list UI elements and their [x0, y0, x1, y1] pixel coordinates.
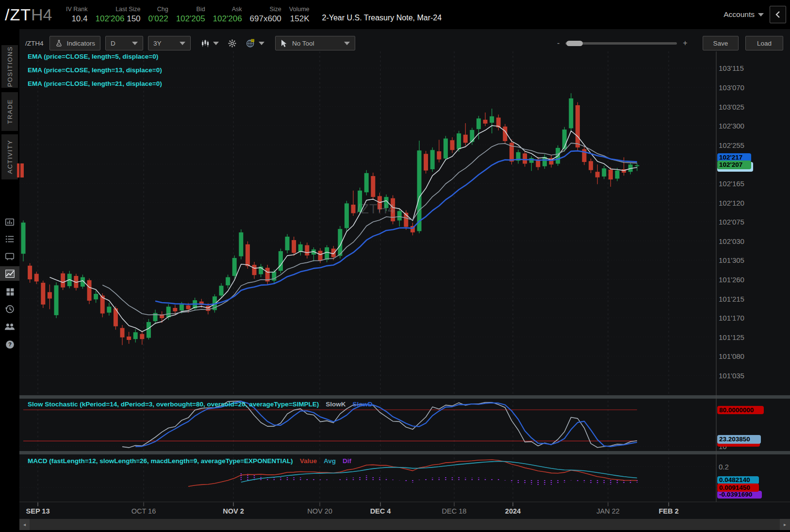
scroll-left-button[interactable]: ◂	[19, 519, 30, 530]
zoom-slider-thumb[interactable]	[566, 41, 583, 46]
ema-label-0[interactable]: EMA (price=CLOSE, length=5, displace=0)	[28, 53, 158, 60]
accounts-dropdown[interactable]: Accounts	[724, 10, 764, 19]
stat-label: Size	[270, 5, 281, 14]
symbol-root: /ZT	[5, 5, 31, 24]
collapse-panel-button[interactable]	[770, 6, 786, 23]
macd-axis-tick: 0.2	[719, 463, 729, 471]
price-axis-tick: 102'075	[719, 218, 744, 226]
tv-icon[interactable]	[0, 249, 19, 263]
timeframe-dropdown[interactable]: D	[105, 36, 143, 50]
time-axis-label: OCT 16	[132, 507, 156, 515]
instrument-description: 2-Year U.S. Treasury Note, Mar-24	[322, 7, 442, 22]
chart-canvas[interactable]	[19, 29, 790, 530]
macd-avg-badge: 0.0482140	[717, 476, 759, 484]
drawing-tools-dropdown[interactable]	[244, 36, 266, 50]
time-axis-label: JAN 22	[596, 507, 620, 515]
price-axis-tick: 102'165	[719, 179, 744, 188]
stat-value-part: 102'205	[176, 14, 205, 23]
last-price-badge: 102'207	[717, 161, 751, 169]
load-button[interactable]: Load	[745, 36, 783, 50]
ema-label-2[interactable]: EMA (price=CLOSE, length=21, displace=0)	[28, 80, 162, 87]
sidebar-tab-label: ACTIVITY	[6, 140, 14, 174]
time-axis-label: SEP 13	[26, 507, 50, 515]
quote-header: /ZT H4 IV Rank10.4Last Size102'206 150Ch…	[0, 0, 790, 29]
chart-toolbar: /ZTH4 Indicators D 3Y	[19, 35, 790, 51]
quote-panel-icon[interactable]	[0, 215, 19, 229]
active-tool-dropdown[interactable]: No Tool	[275, 36, 355, 50]
price-axis-tick: 101'305	[719, 256, 744, 264]
header-stat: Size697x600	[250, 5, 281, 24]
zoom-out-button[interactable]: -	[557, 39, 560, 48]
horizontal-scrollbar[interactable]: ◂ ▸	[19, 519, 790, 530]
chevron-left-icon	[774, 10, 782, 19]
stat-value: 102'206 150	[95, 14, 140, 24]
study-legend-avg: Avg	[324, 457, 336, 465]
save-button[interactable]: Save	[703, 36, 739, 50]
dashboard-icon[interactable]	[0, 284, 19, 299]
macd-dif-badge: -0.0391690	[717, 491, 762, 499]
macd-study-label[interactable]: MACD (fastLength=12, slowLength=26, macd…	[28, 457, 354, 465]
chevron-down-icon	[180, 42, 185, 45]
stat-label: Ask	[232, 5, 242, 14]
time-axis-label: NOV 20	[307, 507, 332, 515]
stat-value-part: 150	[124, 14, 140, 23]
svg-text:?: ?	[8, 341, 12, 347]
study-legend-slowd: SlowD	[353, 401, 373, 408]
stat-value: 10.4	[71, 14, 87, 24]
stat-value: 102'205	[176, 14, 205, 24]
stat-value-part: 0'022	[148, 14, 168, 23]
stat-label: Bid	[197, 5, 205, 14]
price-axis-tick: 101'260	[719, 275, 744, 284]
price-axis-tick: 101'035	[719, 371, 744, 380]
chevron-down-icon	[213, 42, 219, 45]
ema-label-1[interactable]: EMA (price=CLOSE, length=13, displace=0)	[28, 66, 162, 74]
stoch-study-label[interactable]: Slow Stochastic (kPeriod=14, dPeriod=3, …	[28, 401, 376, 408]
save-label: Save	[713, 40, 728, 47]
header-stat: Volume152K	[289, 5, 310, 24]
stoch-overbought-badge: 80.0000000	[717, 406, 764, 414]
header-stats: IV Rank10.4Last Size102'206 150Chg0'022B…	[66, 5, 310, 24]
chart-watermark: /ZTH4	[357, 202, 395, 217]
price-axis-tick: 102'255	[719, 141, 744, 149]
community-icon[interactable]	[0, 319, 19, 334]
zoom-control: - +	[557, 35, 688, 51]
stat-label: Chg	[157, 5, 168, 14]
zoom-in-button[interactable]: +	[683, 39, 687, 48]
sidebar-tab-trade[interactable]: TRADE	[1, 92, 18, 131]
range-dropdown[interactable]: 3Y	[148, 36, 191, 50]
chevron-down-icon	[344, 42, 350, 45]
stat-value: 697x600	[250, 14, 281, 24]
history-icon[interactable]	[0, 302, 19, 316]
watchlist-icon[interactable]	[0, 232, 19, 246]
scroll-right-button[interactable]: ▸	[780, 519, 790, 530]
chart-type-dropdown[interactable]	[198, 36, 221, 50]
symbol-block: /ZT H4	[0, 5, 62, 24]
header-stat: Last Size102'206 150	[95, 5, 140, 24]
price-axis-tick: 101'080	[719, 352, 744, 360]
stat-value: 102'206	[213, 14, 242, 24]
zoom-slider[interactable]	[565, 42, 677, 45]
stat-value-part: 697x600	[250, 14, 281, 23]
price-axis-tick: 103'025	[719, 102, 744, 111]
chart-icon[interactable]	[0, 266, 19, 281]
timeframe-value: D	[111, 40, 115, 47]
help-icon[interactable]: ?	[0, 337, 19, 352]
indicators-label: Indicators	[67, 40, 96, 47]
sidebar-tab-positions[interactable]: POSITIONS	[1, 45, 18, 88]
indicators-button[interactable]: Indicators	[49, 36, 101, 50]
header-right: Accounts	[724, 6, 790, 23]
study-label-text: Slow Stochastic (kPeriod=14, dPeriod=3, …	[28, 401, 319, 408]
stat-value-part: 152K	[290, 14, 310, 23]
price-axis-tick: 102'030	[719, 237, 744, 245]
indicators-flask-icon	[55, 39, 63, 48]
header-stat: Bid102'205	[176, 5, 205, 24]
range-value: 3Y	[153, 40, 162, 47]
stat-value-part: 102'206	[213, 14, 242, 23]
chevron-down-icon	[758, 13, 764, 16]
stat-value-part: 102'206	[95, 14, 124, 23]
sidebar-tab-activity[interactable]: ACTIVITY	[1, 134, 18, 179]
chart-settings-button[interactable]	[226, 36, 239, 50]
chart-symbol-label: /ZTH4	[25, 40, 44, 47]
header-stat: IV Rank10.4	[66, 5, 87, 24]
time-axis-label: DEC 18	[442, 507, 467, 515]
